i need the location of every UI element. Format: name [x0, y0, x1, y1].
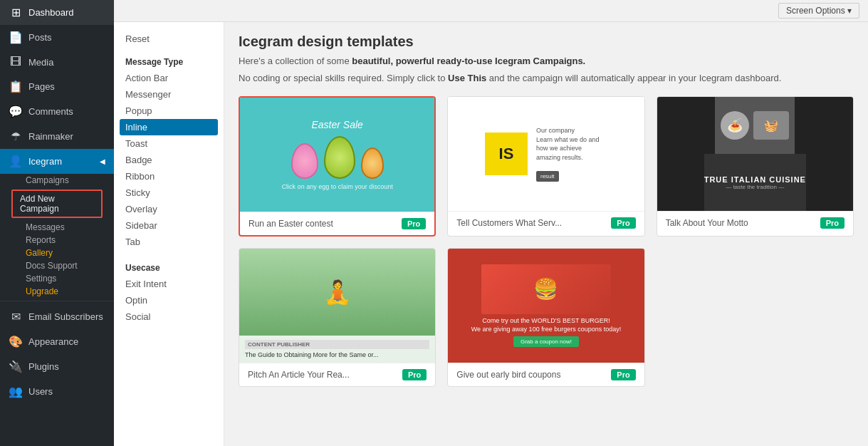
sidebar-label-users: Users [28, 386, 53, 397]
plugins-icon: 🔌 [9, 360, 23, 373]
filter-optin[interactable]: Optin [114, 292, 224, 308]
sidebar-label-icegram: Icegram [28, 156, 62, 167]
main-area: Screen Options ▾ Reset Message Type Acti… [114, 0, 868, 446]
sidebar-sub-campaigns[interactable]: Campaigns [0, 174, 114, 187]
sidebar-item-rainmaker[interactable]: ☂ Rainmaker [0, 124, 114, 149]
sidebar-item-comments[interactable]: 💬 Comments [0, 99, 114, 124]
icegram-icon: 👤 [9, 155, 23, 168]
template-thumb-italian: 🍝 🧺 TRUE ITALIAN CUISINE — taste the tra… [657, 97, 853, 211]
sidebar-item-pages[interactable]: 📋 Pages [0, 74, 114, 99]
template-name-italian: Talk About Your Motto [666, 218, 748, 228]
template-name-coupon: Give out early bird coupons [456, 370, 560, 380]
pages-icon: 📋 [9, 80, 23, 93]
pro-badge-italian: Pro [820, 217, 845, 229]
message-type-title: Message Type [114, 51, 224, 70]
posts-icon: 📄 [9, 31, 23, 44]
filter-overlay[interactable]: Overlay [114, 201, 224, 217]
filter-sticky[interactable]: Sticky [114, 185, 224, 201]
sidebar-label-dashboard: Dashboard [28, 7, 74, 18]
template-card-italian[interactable]: 🍝 🧺 TRUE ITALIAN CUISINE — taste the tra… [657, 96, 854, 237]
add-new-campaign-button[interactable]: Add New Campaign [11, 190, 103, 218]
sidebar-label-appearance: Appearance [28, 336, 78, 347]
is-logo: IS [485, 133, 528, 175]
filter-ribbon[interactable]: Ribbon [114, 168, 224, 185]
templates-area: Icegram design templates Here's a collec… [224, 22, 868, 446]
person-icon: 🧘 [239, 249, 435, 336]
sidebar-item-icegram[interactable]: 👤 Icegram ◀ [0, 149, 114, 174]
template-footer-customers: Tell Customers What Serv... Pro [448, 211, 644, 234]
sidebar-label-pages: Pages [28, 81, 55, 92]
pro-badge-easter: Pro [402, 218, 426, 229]
page-title: Icegram design templates [239, 33, 854, 50]
filter-sidebar[interactable]: Sidebar [114, 217, 224, 234]
sidebar-label-posts: Posts [28, 32, 52, 43]
sidebar-sub-settings[interactable]: Settings [0, 272, 114, 285]
templates-grid: Easter Sale Click on any egg to claim yo… [239, 96, 854, 387]
template-card-easter[interactable]: Easter Sale Click on any egg to claim yo… [239, 96, 436, 237]
template-thumb-article: 🧘 CONTENT PUBLISHER The Guide to Obtaini… [239, 249, 435, 363]
sidebar-sub-docs-support[interactable]: Docs Support [0, 259, 114, 272]
template-card-customers[interactable]: IS Our companyLearn what we do and how w… [447, 96, 644, 237]
template-name-article: Pitch An Article Your Rea... [248, 370, 350, 380]
filter-action-bar[interactable]: Action Bar [114, 70, 224, 86]
sidebar-item-email-subscribers[interactable]: ✉ Email Subscribers [0, 304, 114, 329]
food-icon: 🍝 [721, 111, 749, 140]
sidebar: ⊞ Dashboard 📄 Posts 🎞 Media 📋 Pages 💬 Co… [0, 0, 114, 446]
sidebar-sub-upgrade[interactable]: Upgrade [0, 285, 114, 298]
basket-icon: 🧺 [753, 111, 789, 140]
sidebar-item-plugins[interactable]: 🔌 Plugins [0, 354, 114, 379]
egg-2 [324, 136, 355, 179]
sidebar-sub-reports[interactable]: Reports [0, 234, 114, 247]
template-card-article[interactable]: 🧘 CONTENT PUBLISHER The Guide to Obtaini… [239, 248, 436, 387]
filter-inline[interactable]: Inline [120, 119, 218, 135]
filter-badge[interactable]: Badge [114, 152, 224, 168]
users-icon: 👥 [9, 385, 23, 398]
reset-button[interactable]: Reset [114, 31, 224, 51]
sidebar-item-appearance[interactable]: 🎨 Appearance [0, 329, 114, 354]
pro-badge-customers: Pro [611, 217, 635, 229]
sidebar-sub-gallery[interactable]: Gallery [0, 247, 114, 259]
sidebar-sub-messages[interactable]: Messages [0, 221, 114, 234]
filter-social[interactable]: Social [114, 308, 224, 325]
pro-badge-coupon: Pro [611, 369, 635, 380]
egg-1 [291, 143, 318, 179]
sidebar-label-rainmaker: Rainmaker [28, 131, 73, 142]
template-card-coupon[interactable]: 🍔 Come try out the WORLD'S BEST BURGER!W… [447, 248, 644, 387]
template-thumb-coupon: 🍔 Come try out the WORLD'S BEST BURGER!W… [448, 249, 644, 363]
dashboard-icon: ⊞ [9, 6, 23, 19]
filter-toast[interactable]: Toast [114, 135, 224, 152]
sidebar-label-media: Media [28, 57, 53, 68]
sidebar-item-dashboard[interactable]: ⊞ Dashboard [0, 0, 114, 25]
sidebar-label-plugins: Plugins [28, 361, 59, 372]
usecase-title: Usecase [114, 257, 224, 276]
sidebar-label-comments: Comments [28, 106, 73, 117]
template-name-easter: Run an Easter contest [249, 219, 333, 229]
sidebar-item-media[interactable]: 🎞 Media [0, 50, 114, 74]
burger-icon: 🍔 [533, 277, 558, 301]
page-description: Here's a collection of some beautiful, p… [239, 54, 854, 68]
email-subscribers-icon: ✉ [9, 310, 23, 323]
sidebar-item-posts[interactable]: 📄 Posts [0, 25, 114, 50]
template-footer-article: Pitch An Article Your Rea... Pro [239, 363, 435, 386]
egg-3 [361, 147, 384, 179]
comments-icon: 💬 [9, 105, 23, 118]
pro-badge-article: Pro [402, 369, 427, 380]
filter-tab[interactable]: Tab [114, 234, 224, 250]
chevron-down-icon: ▾ [847, 6, 852, 16]
rainmaker-icon: ☂ [9, 130, 23, 143]
template-thumb-is: IS Our companyLearn what we do and how w… [448, 97, 644, 211]
sidebar-item-users[interactable]: 👥 Users [0, 379, 114, 404]
topbar: Screen Options ▾ [114, 0, 868, 22]
sidebar-label-email-subscribers: Email Subscribers [28, 311, 103, 322]
template-name-customers: Tell Customers What Serv... [456, 218, 562, 228]
template-footer-coupon: Give out early bird coupons Pro [448, 363, 644, 386]
filter-messenger[interactable]: Messenger [114, 86, 224, 103]
template-thumb-easter: Easter Sale Click on any egg to claim yo… [240, 98, 434, 212]
content-area: Reset Message Type Action Bar Messenger … [114, 22, 868, 446]
screen-options-button[interactable]: Screen Options ▾ [778, 3, 859, 19]
filter-popup[interactable]: Popup [114, 103, 224, 119]
coupon-cta: Grab a coupon now! [513, 336, 579, 347]
filter-panel: Reset Message Type Action Bar Messenger … [114, 22, 224, 446]
page-description-2: No coding or special skills required. Si… [239, 71, 854, 85]
filter-exit-intent[interactable]: Exit Intent [114, 276, 224, 292]
